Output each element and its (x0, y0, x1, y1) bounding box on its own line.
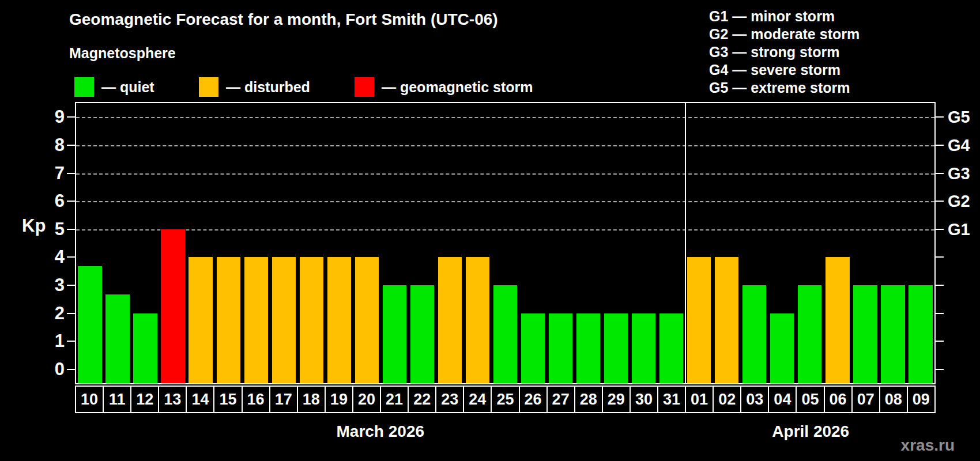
kp-bar-day-21 (383, 285, 406, 383)
gridline-kp-8 (76, 145, 934, 146)
day-cell-06: 06 (824, 386, 853, 413)
day-cell-28: 28 (574, 386, 603, 413)
day-cell-25: 25 (491, 386, 519, 413)
disturbed-color-swatch-icon (199, 77, 218, 97)
page-title: Geomagnetic Forecast for a month, Fort S… (69, 10, 498, 29)
day-cell-04: 04 (768, 386, 797, 413)
y-tick-right-7 (936, 173, 944, 174)
day-cell-01: 01 (685, 386, 714, 413)
kp-bar-day-02 (715, 257, 738, 383)
kp-bar-day-17 (272, 257, 296, 383)
g-axis-label-g2: G2 (948, 192, 970, 211)
gridline-kp-9 (76, 117, 934, 118)
g-axis-label-g4: G4 (948, 135, 970, 154)
day-cell-22: 22 (408, 386, 436, 413)
day-cell-07: 07 (851, 386, 880, 413)
day-cell-23: 23 (435, 386, 464, 413)
day-cell-26: 26 (519, 386, 548, 413)
legend-item-label: — quiet (101, 79, 154, 96)
kp-bar-day-18 (300, 257, 323, 383)
kp-bar-day-13 (161, 229, 184, 383)
y-tick-right-2 (936, 313, 944, 314)
g-legend-line-5: G5 — extreme storm (709, 79, 860, 97)
g-axis-label-g3: G3 (948, 164, 970, 183)
kp-bar-day-04 (770, 313, 794, 384)
legend-item-disturbed: — disturbed (199, 76, 310, 98)
day-cell-18: 18 (297, 386, 326, 413)
kp-bar-day-19 (327, 257, 351, 383)
magnetosphere-legend: — quiet— disturbed— geomagnetic storm (0, 76, 576, 98)
y-tick-label-2: 2 (55, 303, 65, 324)
kp-chart-plot (75, 102, 936, 384)
storm-color-swatch-icon (355, 77, 374, 97)
day-cell-08: 08 (879, 386, 908, 413)
geomagnetic-forecast-chart: Geomagnetic Forecast for a month, Fort S… (0, 0, 980, 461)
y-tick-label-3: 3 (55, 275, 65, 296)
day-cell-05: 05 (796, 386, 824, 413)
y-tick-label-1: 1 (55, 331, 65, 352)
y-axis-ticks-right (936, 103, 944, 383)
kp-bar-day-14 (189, 257, 212, 383)
day-cell-31: 31 (657, 386, 686, 413)
y-tick-left-8 (67, 145, 75, 146)
kp-bar-day-23 (438, 257, 462, 383)
y-tick-label-8: 8 (55, 135, 65, 156)
kp-bar-day-15 (217, 257, 240, 383)
day-cell-17: 17 (269, 386, 298, 413)
y-tick-right-5 (936, 229, 944, 230)
month-label: March 2026 (75, 422, 686, 441)
day-cell-03: 03 (740, 386, 769, 413)
day-cell-29: 29 (602, 386, 631, 413)
y-tick-right-6 (936, 201, 944, 202)
day-cell-21: 21 (380, 386, 409, 413)
legend-item-quiet: — quiet (74, 76, 154, 98)
month-label: April 2026 (686, 422, 936, 441)
month-separator (685, 103, 686, 383)
kp-bar-day-11 (105, 294, 129, 383)
g-legend-line-4: G4 — severe storm (709, 61, 860, 79)
y-tick-left-6 (67, 201, 75, 202)
y-tick-left-5 (67, 229, 75, 230)
kp-bar-day-20 (355, 257, 379, 383)
day-cell-10: 10 (75, 386, 104, 413)
y-tick-label-5: 5 (55, 219, 65, 240)
y-axis-labels: 0123456789 (12, 103, 65, 383)
kp-bar-day-24 (466, 257, 489, 383)
day-cell-02: 02 (713, 386, 741, 413)
y-tick-right-0 (936, 369, 944, 370)
kp-bar-day-28 (576, 313, 600, 384)
y-tick-right-9 (936, 116, 944, 118)
kp-bar-day-25 (493, 285, 517, 383)
y-tick-label-0: 0 (55, 359, 65, 380)
kp-bar-day-09 (909, 285, 932, 383)
gridline-kp-5 (76, 229, 934, 231)
y-tick-right-1 (936, 341, 944, 342)
kp-bar-day-30 (632, 313, 655, 384)
y-tick-left-3 (67, 285, 75, 286)
day-axis-strip: 1011121314151617181920212223242526272829… (75, 386, 936, 413)
y-tick-label-4: 4 (55, 247, 65, 267)
g-legend-line-3: G3 — strong storm (709, 43, 860, 61)
quiet-color-swatch-icon (74, 77, 94, 97)
day-cell-14: 14 (186, 386, 214, 413)
kp-bar-day-27 (549, 313, 572, 384)
y-tick-left-7 (67, 173, 75, 174)
kp-bar-day-01 (687, 257, 711, 383)
gridline-kp-6 (76, 201, 934, 202)
y-tick-label-7: 7 (55, 163, 65, 184)
day-cell-15: 15 (213, 386, 242, 413)
kp-bar-day-29 (604, 313, 628, 384)
y-tick-right-3 (936, 285, 944, 286)
y-tick-left-4 (67, 256, 75, 258)
kp-bar-day-22 (410, 285, 434, 383)
day-cell-13: 13 (158, 386, 187, 413)
g-axis-label-g1: G1 (948, 220, 970, 239)
g-axis-label-g5: G5 (948, 108, 970, 127)
chart-subtitle: Magnetosphere (69, 45, 176, 62)
y-tick-left-1 (67, 341, 75, 342)
y-axis-ticks-left (67, 103, 75, 383)
day-cell-24: 24 (463, 386, 492, 413)
day-cell-19: 19 (325, 386, 353, 413)
watermark: xras.ru (901, 436, 955, 455)
day-cell-20: 20 (352, 386, 381, 413)
